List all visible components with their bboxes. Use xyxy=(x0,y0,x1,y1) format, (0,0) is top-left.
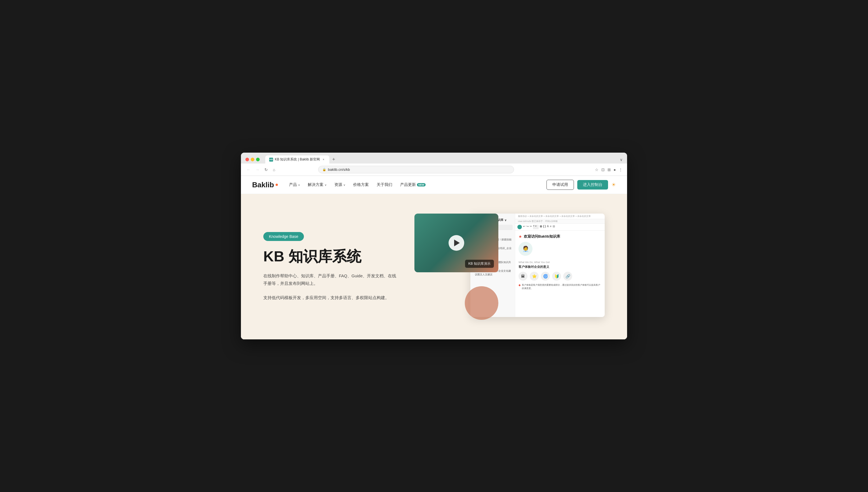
theme-toggle-button[interactable]: ☀ xyxy=(611,182,616,188)
new-tab-button[interactable]: + xyxy=(330,156,337,163)
knowledge-base-badge: Knowledge Base xyxy=(263,232,304,241)
minimize-button[interactable] xyxy=(251,158,254,161)
tab-bar: KB KB 知识库系统 | Baklib 新官网 × + xyxy=(265,155,617,164)
demo-container: 内部营销素材知识库 ∨ 🔍 搜索 文章列表 ✦ 欢迎来到我们的培训！探索技能提 … xyxy=(415,214,605,320)
nav-right: 申请试用 进入控制台 ☀ xyxy=(546,180,616,190)
editor-heading: ★ 欢迎访问Baklib知识库 xyxy=(518,234,601,239)
home-button[interactable]: ⌂ xyxy=(272,167,276,172)
chevron-down-icon: ∨ xyxy=(325,183,327,187)
menu-icon[interactable]: ⋮ xyxy=(619,168,623,172)
close-button[interactable] xyxy=(245,158,249,161)
chevron-down-icon: ∨ xyxy=(298,183,300,187)
address-bar-right: ☆ ⊡ ⊞ ● ⋮ xyxy=(595,168,623,172)
address-bar: ← → ↻ ⌂ 🔒 baklib.cn/s/kb ☆ ⊡ ⊞ ● ⋮ xyxy=(241,164,627,176)
editor-illustration: 🧑‍💼 xyxy=(518,242,533,256)
nav-resources[interactable]: 资源 ∨ xyxy=(334,182,345,187)
console-button[interactable]: 进入控制台 xyxy=(577,180,608,190)
editor-main-heading: 欢迎访问Baklib知识库 xyxy=(524,234,560,239)
hero-right: 内部营销素材知识库 ∨ 🔍 搜索 文章列表 ✦ 欢迎来到我们的培训！探索技能提 … xyxy=(415,214,605,320)
forward-button[interactable]: → xyxy=(254,167,260,172)
video-thumbnail[interactable]: KB 知识库演示 xyxy=(415,214,498,272)
url-text: baklib.cn/s/kb xyxy=(328,168,350,172)
hero-left: Knowledge Base KB 知识库系统 在线制作帮助中心、知识库、产品手… xyxy=(263,232,398,301)
editor-content: ★ 欢迎访问Baklib知识库 🧑‍💼 What We Do, What You… xyxy=(515,230,605,317)
toolbar-btn[interactable]: ↩ xyxy=(523,225,525,229)
tab-favicon: KB xyxy=(269,158,273,162)
hero-section: Knowledge Base KB 知识库系统 在线制作帮助中心、知识库、产品手… xyxy=(241,194,627,339)
toolbar-btn[interactable]: ≡ xyxy=(550,225,552,229)
maximize-button[interactable] xyxy=(256,158,260,161)
editor-subheading-small: What We Do, What You Get xyxy=(518,261,601,264)
logo[interactable]: Baklib xyxy=(252,180,278,189)
hero-title: KB 知识库系统 xyxy=(263,248,398,265)
nav-about[interactable]: 关于我们 xyxy=(377,182,392,187)
hero-description-1: 在线制作帮助中心、知识库、产品手册、FAQ、Guide、开发文档、在线手册等，并… xyxy=(263,272,398,287)
tab-label: KB 知识库系统 | Baklib 新官网 xyxy=(275,157,320,162)
nav-links: 产品 ∨ 解决方案 ∨ 资源 ∨ 价格方案 关于我们 产品更 xyxy=(289,182,546,187)
toolbar-btn[interactable]: ✂ xyxy=(530,225,532,229)
logo-dot xyxy=(276,184,278,186)
nav-product[interactable]: 产品 ∨ xyxy=(289,182,300,187)
active-tab[interactable]: KB KB 知识库系统 | Baklib 新官网 × xyxy=(265,155,329,164)
url-bar[interactable]: 🔒 baklib.cn/s/kb xyxy=(318,166,514,173)
app-right-panel: 服务协议 > 未命名的文章 > 未命名的文章 > 未命名的文章 > 未命名的文章… xyxy=(515,214,605,317)
nav-pricing[interactable]: 价格方案 xyxy=(353,182,369,187)
try-button[interactable]: 申请试用 xyxy=(546,180,574,190)
hero-description-2: 支持低代码模板开发，多应用空间，支持多语言、多权限站点构建。 xyxy=(263,294,398,301)
traffic-lights xyxy=(245,158,260,161)
back-button[interactable]: ← xyxy=(245,167,252,172)
footer-text-row: ◆ 客户体验是客户满意度的重要组成部分，通过提供良好的客户体验可以提高客户的满意… xyxy=(518,284,601,290)
toolbar-btn[interactable]: ⊟ xyxy=(553,225,555,229)
star-icon[interactable]: ☆ xyxy=(595,168,599,172)
toolbar-btn[interactable]: ⊞ xyxy=(540,225,542,229)
toolbar-btn[interactable]: { } xyxy=(543,225,546,229)
toolbar-btn[interactable] xyxy=(517,225,522,229)
security-icon: 🔒 xyxy=(322,168,326,171)
cast-icon[interactable]: ⊡ xyxy=(601,168,605,172)
icon-building: 🏛 xyxy=(518,272,527,281)
icon-star: ⭐ xyxy=(530,272,539,281)
toolbar-btn[interactable]: T ∨ xyxy=(533,225,539,229)
toolbar-btn[interactable]: A xyxy=(547,225,549,229)
window-controls-right: ∨ xyxy=(620,157,623,162)
editor-breadcrumb: 服务协议 > 未命名的文章 > 未命名的文章 > 未命名的文章 > 未命名的文章 xyxy=(515,214,605,219)
updates-badge: NEW xyxy=(417,183,426,187)
icon-spiral: 🌀 xyxy=(541,272,550,281)
icon-puzzle: 🔰 xyxy=(552,272,561,281)
editor-footer-text: 客户体验是客户满意度的重要组成部分，通过提供良好的客户体验可以提高客户的满意度。 xyxy=(522,284,601,290)
play-button[interactable] xyxy=(449,235,464,251)
red-dot-icon: ◆ xyxy=(518,284,521,287)
auto-save-status: User b9YnZb 暂已保存于：不到1分钟前 xyxy=(515,219,605,224)
decorative-circle xyxy=(465,286,498,320)
editor-subheading: 客户体验对企业的意义 xyxy=(518,265,601,269)
nav-updates[interactable]: 产品更新 NEW xyxy=(400,182,426,187)
toolbar-btn[interactable]: ↪ xyxy=(526,225,529,229)
nav-solution[interactable]: 解决方案 ∨ xyxy=(308,182,327,187)
profile-icon[interactable]: ● xyxy=(614,168,616,172)
browser-window: KB KB 知识库系统 | Baklib 新官网 × + ∨ ← → ↻ ⌂ 🔒… xyxy=(241,153,627,339)
website-content: Baklib 产品 ∨ 解决方案 ∨ 资源 ∨ 价格方案 xyxy=(241,176,627,339)
icon-grid: 🏛 ⭐ 🌀 🔰 🔗 xyxy=(518,272,601,281)
site-nav: Baklib 产品 ∨ 解决方案 ∨ 资源 ∨ 价格方案 xyxy=(241,176,627,194)
video-label: KB 知识库演示 xyxy=(465,260,494,268)
icon-extra: 🔗 xyxy=(563,272,572,281)
reload-button[interactable]: ↻ xyxy=(263,167,269,172)
tab-close-button[interactable]: × xyxy=(322,158,325,162)
extensions-icon[interactable]: ⊞ xyxy=(608,168,611,172)
illustration-row: 🧑‍💼 xyxy=(518,242,601,259)
editor-toolbar: ↩ ↪ ✂ T ∨ ⊞ { } A ≡ ⊟ xyxy=(515,224,605,230)
title-bar: KB KB 知识库系统 | Baklib 新官网 × + ∨ xyxy=(241,153,627,164)
chevron-down-icon: ∨ xyxy=(343,183,345,187)
logo-text: Baklib xyxy=(252,180,274,189)
star-icon: ★ xyxy=(518,234,522,239)
